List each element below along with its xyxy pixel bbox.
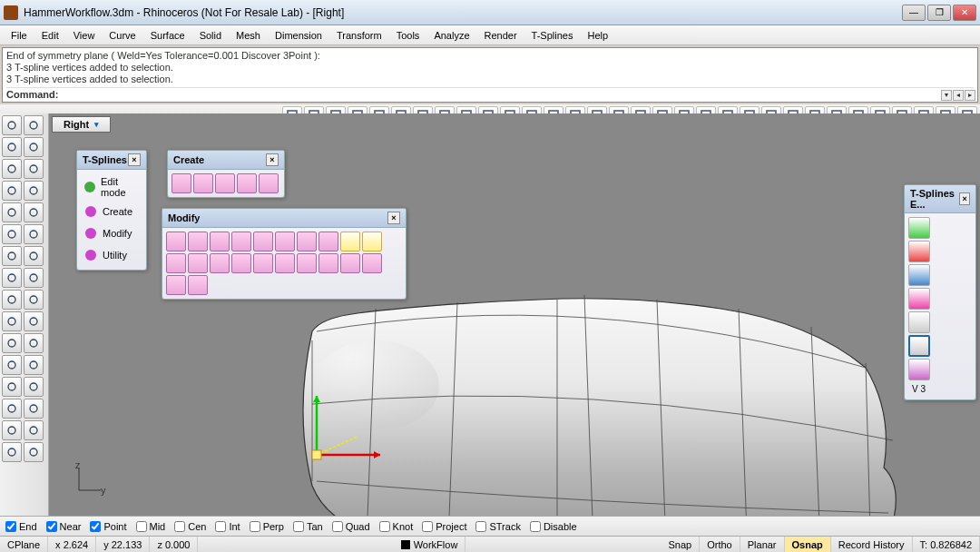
hatch-tool-icon[interactable]	[24, 442, 44, 462]
osnap-int[interactable]: Int	[215, 521, 240, 532]
rect-tool-icon[interactable]	[2, 159, 22, 179]
modify-tool-10-icon[interactable]	[166, 253, 186, 273]
status-osnap-button[interactable]: Osnap	[785, 537, 831, 552]
box-tool-icon[interactable]	[2, 224, 22, 244]
array-tool-icon[interactable]	[2, 420, 22, 440]
modify-tool-14-icon[interactable]	[253, 253, 273, 273]
create-tool-3-icon[interactable]	[237, 173, 257, 193]
viewport-menu-icon[interactable]: ▾	[94, 120, 99, 129]
viewport-tab[interactable]: Right ▾	[52, 116, 111, 133]
status-cplane[interactable]: CPlane	[0, 537, 48, 552]
menu-file[interactable]: File	[4, 28, 34, 43]
arc-tool-icon[interactable]	[24, 159, 44, 179]
osnap-strack[interactable]: STrack	[475, 521, 520, 532]
modify-tool-5-icon[interactable]	[275, 232, 295, 251]
osnap-knot[interactable]: Knot	[379, 521, 414, 532]
tsplines-create[interactable]: Create	[81, 201, 142, 222]
select-mode-icon[interactable]	[908, 288, 930, 310]
fillet-tool-icon[interactable]	[2, 311, 22, 331]
scale-tool-icon[interactable]	[2, 399, 22, 419]
osnap-strack-checkbox[interactable]	[475, 521, 486, 532]
osnap-point-checkbox[interactable]	[90, 521, 101, 532]
maximize-button[interactable]: ❐	[927, 5, 951, 21]
status-record-history-button[interactable]: Record History	[831, 537, 913, 552]
sphere-tool-icon[interactable]	[24, 224, 44, 244]
polyline-tool-icon[interactable]	[24, 181, 44, 201]
mirror-tool-icon[interactable]	[24, 399, 44, 419]
tsplines-utility[interactable]: Utility	[81, 244, 142, 266]
menu-dimension[interactable]: Dimension	[268, 28, 329, 43]
edge-mode-icon[interactable]	[908, 311, 930, 333]
join-tool-icon[interactable]	[2, 355, 22, 375]
translate-icon[interactable]	[908, 264, 930, 286]
modify-tool-15-icon[interactable]	[275, 253, 295, 273]
modify-tool-2-icon[interactable]	[210, 232, 230, 251]
modify-tool-6-icon[interactable]	[297, 232, 317, 251]
modify-tool-7-icon[interactable]	[318, 232, 338, 251]
osnap-point[interactable]: Point	[90, 521, 126, 532]
text-tool-icon[interactable]	[24, 420, 44, 440]
chamfer-tool-icon[interactable]	[24, 311, 44, 331]
tsplines-edit-mode[interactable]: Edit mode	[81, 173, 142, 201]
control-points-tool-icon[interactable]	[24, 202, 44, 222]
extrude-tool-icon[interactable]	[2, 268, 22, 288]
menu-t-splines[interactable]: T-Splines	[524, 28, 581, 43]
trim-tool-icon[interactable]	[2, 333, 22, 353]
osnap-cen[interactable]: Cen	[174, 521, 206, 532]
menu-edit[interactable]: Edit	[34, 28, 66, 43]
osnap-knot-checkbox[interactable]	[379, 521, 390, 532]
menu-tools[interactable]: Tools	[389, 28, 427, 43]
panel-close-button[interactable]: ×	[387, 212, 400, 224]
cone-tool-icon[interactable]	[24, 246, 44, 266]
osnap-project-checkbox[interactable]	[422, 521, 433, 532]
osnap-mid-checkbox[interactable]	[136, 521, 147, 532]
osnap-int-checkbox[interactable]	[215, 521, 226, 532]
arrow-tool-icon[interactable]	[2, 115, 22, 135]
modify-tool-8-icon[interactable]	[340, 232, 360, 251]
status-snap-button[interactable]: Snap	[662, 537, 701, 552]
osnap-quad[interactable]: Quad	[332, 521, 370, 532]
modify-tool-4-icon[interactable]	[253, 232, 273, 251]
create-tool-0-icon[interactable]	[172, 173, 191, 193]
modify-tool-1-icon[interactable]	[188, 232, 208, 251]
modify-tool-13-icon[interactable]	[231, 253, 251, 273]
menu-help[interactable]: Help	[580, 28, 615, 43]
revolve-tool-icon[interactable]	[2, 290, 22, 310]
power-icon[interactable]	[908, 217, 930, 239]
modify-tool-21-icon[interactable]	[188, 275, 208, 295]
lasso-tool-icon[interactable]	[24, 115, 44, 135]
menu-transform[interactable]: Transform	[329, 28, 389, 43]
menu-mesh[interactable]: Mesh	[229, 28, 268, 43]
menu-surface[interactable]: Surface	[143, 28, 192, 43]
osnap-quad-checkbox[interactable]	[332, 521, 343, 532]
modify-tool-0-icon[interactable]	[166, 232, 186, 251]
split-tool-icon[interactable]	[24, 333, 44, 353]
osnap-disable-checkbox[interactable]	[530, 521, 541, 532]
modify-tool-17-icon[interactable]	[318, 253, 338, 273]
modify-tool-3-icon[interactable]	[231, 232, 251, 251]
modify-tool-12-icon[interactable]	[210, 253, 230, 273]
osnap-perp[interactable]: Perp	[250, 521, 284, 532]
modify-panel[interactable]: Modify×	[162, 208, 407, 300]
rotate-tool-icon[interactable]	[24, 377, 44, 397]
create-tool-4-icon[interactable]	[259, 173, 279, 193]
menu-curve[interactable]: Curve	[102, 28, 142, 43]
axis-icon[interactable]	[908, 241, 930, 262]
panel-close-button[interactable]: ×	[128, 153, 141, 166]
status-ortho-button[interactable]: Ortho	[700, 537, 740, 552]
minimize-button[interactable]: —	[902, 5, 926, 21]
osnap-cen-checkbox[interactable]	[174, 521, 185, 532]
tsplines-modify[interactable]: Modify	[81, 222, 142, 244]
cylinder-tool-icon[interactable]	[2, 246, 22, 266]
modify-tool-16-icon[interactable]	[297, 253, 317, 273]
menu-view[interactable]: View	[66, 28, 103, 43]
face-mode-icon[interactable]	[908, 335, 930, 357]
status-planar-button[interactable]: Planar	[740, 537, 785, 552]
history-prev-button[interactable]: ◂	[953, 90, 964, 101]
menu-solid[interactable]: Solid	[192, 28, 229, 43]
circle-tool-icon[interactable]	[24, 137, 44, 157]
create-tool-2-icon[interactable]	[215, 173, 235, 193]
create-tool-1-icon[interactable]	[193, 173, 213, 193]
modify-tool-18-icon[interactable]	[340, 253, 360, 273]
modify-tool-20-icon[interactable]	[166, 275, 186, 295]
